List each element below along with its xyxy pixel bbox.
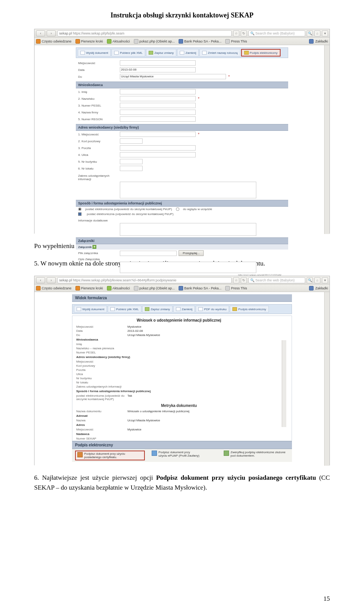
bookmark-pokaz[interactable]: pokaz.php (Obiekt ap... bbox=[134, 39, 175, 44]
extension-icon[interactable]: ⌂ bbox=[314, 30, 320, 36]
tab-close[interactable]: Zamknij bbox=[177, 49, 199, 57]
input-adr-poczta[interactable] bbox=[120, 145, 196, 151]
input-nazwisko[interactable] bbox=[120, 96, 196, 101]
view-pesel: Numer PESEL bbox=[76, 351, 127, 354]
view-sposob-v: Tak bbox=[127, 394, 132, 401]
browse-button[interactable]: Przeglądaj... bbox=[179, 250, 204, 256]
bookmark-news[interactable]: Aktualności bbox=[107, 39, 130, 44]
label-adr-ulica: 4. Ulica bbox=[78, 153, 120, 157]
checkbox-postac[interactable] bbox=[78, 212, 82, 216]
input-adr-ulica[interactable] bbox=[120, 152, 196, 157]
tab-rename[interactable]: Zmień nazwę roboczą bbox=[199, 49, 240, 57]
textarea-info-dod[interactable] bbox=[120, 223, 256, 236]
url-bar[interactable]: sekap.pl https://www.sekap.pl/pfs/pfe.se… bbox=[57, 30, 232, 36]
document-title: Instrukcja obsługi skrzynki kontaktowej … bbox=[34, 11, 330, 19]
bookmark-news[interactable]: Aktualności bbox=[107, 286, 130, 291]
input-adr-nrb[interactable] bbox=[120, 159, 143, 164]
forward-button[interactable]: › bbox=[47, 277, 56, 283]
view-imie: Imię bbox=[76, 342, 127, 346]
bookmarks-right[interactable]: Zakładki bbox=[309, 39, 328, 44]
tab-download-xml[interactable]: Pobierz plik XML bbox=[111, 49, 145, 57]
verify-signatures[interactable]: Zweryfikuj podpisy elektroniczne złożone… bbox=[224, 451, 289, 457]
tab-save[interactable]: Zapisz zmiany bbox=[142, 306, 173, 312]
input-adr-miejsc[interactable] bbox=[120, 132, 196, 137]
search-bar[interactable]: 🔍 Search the web (Babylon) bbox=[248, 30, 305, 36]
search-bar[interactable]: 🔍 Search the web (Babylon) bbox=[248, 277, 305, 283]
required-marker: * bbox=[228, 75, 230, 79]
back-button[interactable]: ‹ bbox=[36, 30, 45, 36]
page-scrollbar[interactable] bbox=[324, 292, 329, 466]
label-pesel: 3. Numer PESEL bbox=[78, 104, 120, 107]
input-miejscowosc[interactable] bbox=[120, 60, 196, 66]
view-nazwisko: Nazwisko – nazwa pierwsza bbox=[76, 347, 127, 350]
bookmark-bank[interactable]: Bank Pekao SA - Peka... bbox=[179, 39, 222, 44]
bookmark-first-steps[interactable]: Pierwsze kroki bbox=[75, 39, 103, 44]
metryka-adresat: Adresat bbox=[72, 413, 286, 418]
tab-pdf[interactable]: PDF do wydruku bbox=[196, 306, 229, 312]
tab-sign[interactable]: Podpis elektroniczny bbox=[241, 49, 281, 57]
metryka-adres: Adres bbox=[72, 422, 286, 427]
bookmark-pokaz[interactable]: pokaz.php (Obiekt ap... bbox=[134, 286, 175, 291]
reload-icon[interactable]: ↻ bbox=[241, 277, 247, 283]
input-pesel[interactable] bbox=[120, 103, 196, 108]
metryka-nazwa2-v: Urząd Miasta Mysłowice bbox=[127, 419, 160, 422]
input-regon[interactable] bbox=[120, 116, 196, 122]
bookmarks-toolbar: Często odwiedzane Pierwsze kroki Aktualn… bbox=[35, 284, 329, 292]
bookmarks-toolbar: Często odwiedzane Pierwsze kroki Aktualn… bbox=[35, 38, 329, 45]
label-regon: 5. Numer REGON bbox=[78, 118, 120, 121]
menu-icon[interactable]: ▾ bbox=[322, 277, 328, 283]
back-button[interactable]: ‹ bbox=[36, 277, 45, 283]
input-adr-kod[interactable] bbox=[120, 138, 143, 144]
bookmark-frequent[interactable]: Często odwiedzane bbox=[36, 39, 72, 44]
input-data[interactable]: 2013-02-08 bbox=[120, 67, 196, 72]
radio-wglad[interactable] bbox=[176, 207, 179, 211]
label-miejscowosc: Miejscowość bbox=[78, 61, 120, 65]
textarea-zakres[interactable] bbox=[120, 182, 256, 198]
extension-icon[interactable]: ⌂ bbox=[314, 277, 320, 283]
input-adr-nrl[interactable] bbox=[120, 166, 143, 171]
label-do: Do bbox=[78, 75, 120, 79]
input-imie[interactable] bbox=[120, 89, 196, 94]
page-scrollbar[interactable] bbox=[324, 45, 329, 234]
bookmark-star-icon[interactable]: ☆ bbox=[233, 277, 239, 283]
inner-scrollbar[interactable] bbox=[282, 340, 286, 427]
input-plik[interactable] bbox=[120, 251, 177, 256]
bookmark-first-steps[interactable]: Pierwsze kroki bbox=[75, 286, 103, 291]
menu-icon[interactable]: ▾ bbox=[322, 30, 328, 36]
bookmark-star-icon[interactable]: ☆ bbox=[233, 30, 239, 36]
sign-option-epuap[interactable]: Podpisz dokument przyużyciu ePUAP (Profi… bbox=[152, 451, 217, 457]
tab-save[interactable]: Zapisz zmiany bbox=[146, 49, 176, 57]
sign-option-certificate[interactable]: Podpisz dokument przy użyciu posiadanego… bbox=[75, 451, 145, 460]
reload-icon[interactable]: ↻ bbox=[241, 30, 247, 36]
view-adr-miejsc: Miejscowość bbox=[76, 360, 127, 363]
bookmark-pressthis[interactable]: Press This bbox=[225, 39, 247, 44]
radio-elektroniczna[interactable] bbox=[78, 207, 82, 211]
url-host: sekap.pl bbox=[59, 31, 72, 35]
label-zakres: Zakres udostępnianych informacji bbox=[78, 174, 120, 181]
view-data-l: Data bbox=[76, 329, 127, 333]
tab-sign[interactable]: Podpis elektroniczny bbox=[230, 306, 268, 312]
input-firma[interactable] bbox=[120, 110, 196, 115]
required-marker: * bbox=[198, 97, 199, 101]
bookmarks-right[interactable]: Zakładki bbox=[309, 286, 328, 291]
view-adres-hdr: Adres wnioskodawcy (siedziby firmy) bbox=[72, 355, 286, 360]
view-adr-poczta: Poczta bbox=[76, 368, 127, 372]
tab-send[interactable]: Wyślij dokument bbox=[78, 49, 111, 57]
add-attachment-icon[interactable]: + bbox=[93, 245, 96, 249]
bookmark-frequent[interactable]: Często odwiedzane bbox=[36, 286, 72, 291]
search-icon: 🔍 bbox=[250, 31, 254, 35]
bookmark-bank[interactable]: Bank Pekao SA - Peka... bbox=[179, 286, 222, 291]
forward-button[interactable]: › bbox=[47, 30, 56, 36]
tab-download-xml[interactable]: Pobierz plik XML bbox=[108, 306, 141, 312]
search-placeholder: Search the web (Babylon) bbox=[256, 278, 295, 282]
tab-send[interactable]: Wyślij dokument bbox=[74, 306, 107, 312]
bookmark-pressthis[interactable]: Press This bbox=[225, 286, 247, 291]
label-imie: 1. Imię bbox=[78, 90, 120, 94]
search-go-icon[interactable]: 🔍 bbox=[307, 30, 313, 36]
tab-close[interactable]: Zamknij bbox=[173, 306, 195, 312]
section-zalacznik-row: Załącznik + bbox=[76, 244, 288, 250]
search-go-icon[interactable]: 🔍 bbox=[307, 277, 313, 283]
input-do[interactable]: Urząd Miasta Mysłowice bbox=[120, 74, 226, 79]
textarea-opis[interactable] bbox=[120, 262, 256, 273]
url-bar[interactable]: sekap.pl https://www.sekap.pl/pfs/pfevie… bbox=[57, 277, 232, 283]
